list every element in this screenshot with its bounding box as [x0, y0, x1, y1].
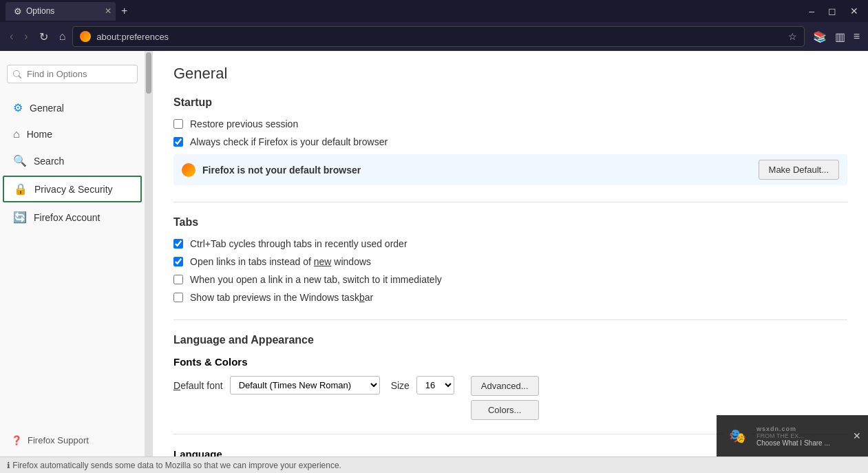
tab-option-3-row: Show tab previews in the Windows taskbar — [173, 292, 847, 303]
font-buttons: Advanced... Colors... — [471, 376, 539, 420]
menu-button[interactable]: ≡ — [851, 28, 862, 46]
url-text: about:preferences — [96, 32, 782, 42]
tab-option-2-label: When you open a link in a new tab, switc… — [190, 274, 442, 285]
tab-bar: ⚙ Options ✕ + — [6, 2, 805, 21]
fonts-colors-title: Fonts & Colors — [173, 356, 847, 368]
find-in-options-input[interactable] — [7, 65, 138, 83]
content-area: General Startup Restore previous session… — [153, 51, 868, 456]
fonts-row-container: Default font Default (Times New Roman) S… — [173, 376, 847, 420]
info-icon: ℹ — [7, 461, 10, 470]
size-label: Size — [391, 380, 410, 391]
tabs-section: Tabs Ctrl+Tab cycles through tabs in rec… — [173, 216, 847, 303]
firefox-support-link[interactable]: ❓ Firefox Support — [11, 435, 134, 445]
watermark-content: 🎭 wsxdn.com FROM THE EX... Choose What I… — [723, 422, 830, 450]
sidebar-label-privacy: Privacy & Security — [34, 184, 113, 195]
page-title: General — [173, 65, 847, 83]
default-browser-checkbox[interactable] — [173, 137, 183, 147]
tab-option-0-row: Ctrl+Tab cycles through tabs in recently… — [173, 238, 847, 249]
firefox-notification-icon — [182, 163, 195, 177]
scrollbar-track[interactable] — [145, 51, 153, 456]
close-window-button[interactable]: ✕ — [846, 6, 862, 17]
default-font-label: Default font — [173, 380, 223, 391]
sidebar-item-home[interactable]: ⌂ Home — [0, 121, 145, 147]
sidebar-item-general[interactable]: ⚙ General — [0, 94, 145, 121]
sidebar-item-privacy[interactable]: 🔒 Privacy & Security — [3, 176, 142, 202]
sidebar-label-general: General — [30, 103, 64, 114]
tab-option-0-label: Ctrl+Tab cycles through tabs in recently… — [190, 238, 407, 249]
default-browser-label: Always check if Firefox is your default … — [190, 136, 388, 147]
size-select[interactable]: 16 — [416, 376, 454, 395]
tab-icon: ⚙ — [14, 6, 22, 17]
forward-button[interactable]: › — [20, 28, 32, 45]
not-default-text: Firefox is not your default browser — [202, 165, 752, 176]
tab-option-2-checkbox[interactable] — [173, 275, 183, 284]
toolbar-icons: 📚 ▥ ≡ — [810, 28, 862, 46]
home-icon: ⌂ — [13, 128, 20, 140]
tab-option-1-label: Open links in tabs instead of new window… — [190, 256, 371, 267]
colors-button[interactable]: Colors... — [471, 400, 539, 420]
default-browser-row: Always check if Firefox is your default … — [173, 136, 847, 147]
sidebar-item-account[interactable]: 🔄 Firefox Account — [0, 204, 145, 231]
general-icon: ⚙ — [13, 101, 23, 114]
sidebar: ⚙ General ⌂ Home 🔍 Search 🔒 Privacy & Se… — [0, 51, 145, 456]
account-icon: 🔄 — [13, 211, 27, 224]
new-tab-button[interactable]: + — [116, 5, 133, 17]
watermark-close-button[interactable]: ✕ — [853, 430, 861, 441]
watermark-message[interactable]: Choose What I Share ... — [756, 439, 830, 447]
home-button[interactable]: ⌂ — [55, 28, 70, 45]
not-default-notification: Firefox is not your default browser Make… — [173, 154, 847, 185]
find-in-options-container — [7, 65, 138, 83]
library-button[interactable]: 📚 — [810, 28, 829, 46]
watermark-avatar: 🎭 — [723, 422, 751, 450]
main-layout: ⚙ General ⌂ Home 🔍 Search 🔒 Privacy & Se… — [0, 51, 868, 456]
startup-section: Startup Restore previous session Always … — [173, 96, 847, 185]
restore-session-checkbox[interactable] — [173, 119, 183, 129]
reload-button[interactable]: ↻ — [35, 28, 52, 46]
support-icon: ❓ — [11, 435, 22, 445]
lang-appearance-title: Language and Appearance — [173, 334, 847, 346]
make-default-button[interactable]: Make Default... — [759, 160, 839, 180]
firefox-favicon — [80, 31, 91, 42]
sidebar-item-search[interactable]: 🔍 Search — [0, 147, 145, 174]
options-tab[interactable]: ⚙ Options ✕ — [6, 2, 116, 21]
sidebar-toggle-button[interactable]: ▥ — [832, 28, 848, 46]
navbar: ‹ › ↻ ⌂ about:preferences ☆ 📚 ▥ ≡ — [0, 22, 868, 51]
tab-close-button[interactable]: ✕ — [105, 6, 112, 16]
divider-1 — [173, 202, 847, 202]
restore-session-label: Restore previous session — [190, 118, 298, 129]
sidebar-label-search: Search — [34, 156, 64, 167]
support-label: Firefox Support — [28, 435, 89, 445]
tab-option-1-checkbox[interactable] — [173, 257, 183, 266]
tab-option-3-checkbox[interactable] — [173, 293, 183, 302]
search-icon: 🔍 — [13, 154, 27, 167]
privacy-icon: 🔒 — [14, 182, 28, 196]
back-button[interactable]: ‹ — [6, 28, 17, 45]
minimize-button[interactable]: – — [805, 6, 818, 17]
tab-title: Options — [26, 6, 54, 16]
advanced-button[interactable]: Advanced... — [471, 376, 539, 396]
watermark-overlay: 🎭 wsxdn.com FROM THE EX... Choose What I… — [717, 415, 868, 456]
statusbar: ℹ Firefox automatically sends some data … — [0, 456, 868, 473]
startup-title: Startup — [173, 96, 847, 109]
watermark-text-area: wsxdn.com FROM THE EX... Choose What I S… — [756, 425, 830, 447]
url-bar[interactable]: about:preferences ☆ — [72, 26, 804, 47]
titlebar: ⚙ Options ✕ + – ◻ ✕ — [0, 0, 868, 22]
sidebar-bottom: ❓ Firefox Support — [0, 428, 145, 456]
tabs-title: Tabs — [173, 216, 847, 229]
tab-option-3-label: Show tab previews in the Windows taskbar — [190, 292, 373, 303]
bookmark-button[interactable]: ☆ — [788, 31, 797, 42]
maximize-button[interactable]: ◻ — [824, 6, 840, 17]
fonts-row: Default font Default (Times New Roman) S… — [173, 376, 454, 395]
divider-2 — [173, 319, 847, 320]
window-controls: – ◻ ✕ — [805, 6, 868, 17]
tab-option-0-checkbox[interactable] — [173, 239, 183, 249]
font-select[interactable]: Default (Times New Roman) — [230, 376, 380, 395]
tab-option-1-row: Open links in tabs instead of new window… — [173, 256, 847, 267]
restore-session-row: Restore previous session — [173, 118, 847, 129]
watermark-site-text: wsxdn.com — [756, 425, 830, 432]
scrollbar-thumb[interactable] — [146, 52, 151, 94]
statusbar-message: Firefox automatically sends some data to… — [12, 461, 341, 470]
sidebar-label-account: Firefox Account — [34, 212, 100, 223]
sidebar-label-home: Home — [27, 129, 52, 140]
watermark-tagline: FROM THE EX... — [756, 432, 830, 439]
